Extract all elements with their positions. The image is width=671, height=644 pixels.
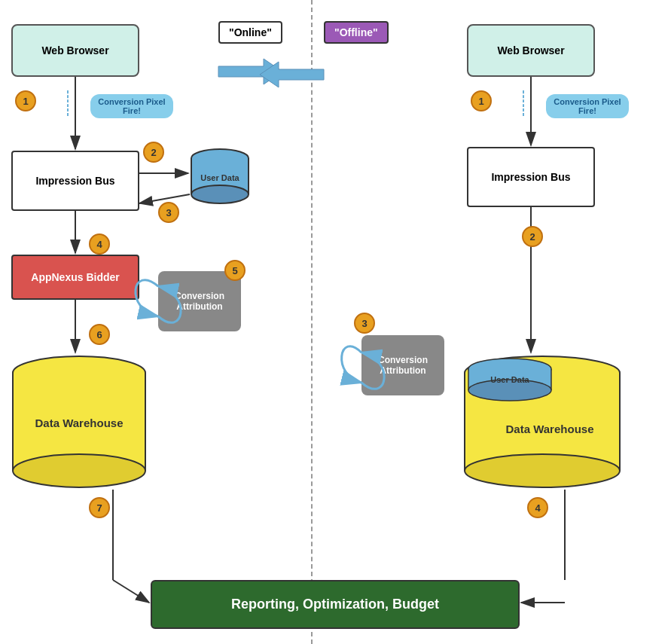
left-badge-2: 2 <box>143 142 164 163</box>
offline-label: "Offline" <box>324 21 389 44</box>
online-label: "Online" <box>218 21 282 44</box>
online-offline-arrows <box>203 53 339 94</box>
left-badge-5: 5 <box>224 260 246 281</box>
right-badge-1: 1 <box>471 90 492 111</box>
right-badge-2: 2 <box>522 226 543 247</box>
left-badge-6: 6 <box>89 324 110 345</box>
diagram: "Online" "Offline" Web Browser 1 Convers… <box>0 0 671 644</box>
divider <box>311 0 313 644</box>
right-pixel-fire: Conversion Pixel Fire! <box>546 94 629 118</box>
left-badge-4: 4 <box>89 233 110 255</box>
left-user-data: User Data <box>190 147 250 207</box>
svg-text:User Data: User Data <box>490 375 529 384</box>
svg-text:User Data: User Data <box>200 173 239 182</box>
left-web-browser: Web Browser <box>11 24 139 77</box>
svg-line-35 <box>113 580 149 603</box>
left-badge-3: 3 <box>158 202 179 223</box>
svg-text:Data Warehouse: Data Warehouse <box>35 417 124 429</box>
appnexus-bidder: AppNexus Bidder <box>11 255 139 300</box>
right-badge-4: 4 <box>527 497 548 518</box>
left-data-warehouse: Data Warehouse <box>11 354 147 490</box>
svg-point-10 <box>13 454 145 487</box>
svg-text:Data Warehouse: Data Warehouse <box>506 423 594 435</box>
reporting-box: Reporting, Optimization, Budget <box>151 580 520 629</box>
svg-point-16 <box>465 454 620 487</box>
left-pixel-fire: Conversion Pixel Fire! <box>90 94 173 118</box>
left-conversion-attribution: Conversion Attribution <box>158 271 241 331</box>
right-web-browser: Web Browser <box>467 24 595 77</box>
right-conversion-attribution: Conversion Attribution <box>361 335 444 395</box>
right-data-warehouse: Data Warehouse User Data <box>463 354 621 490</box>
left-badge-1: 1 <box>15 90 36 111</box>
right-badge-3: 3 <box>354 313 375 334</box>
right-impression-bus: Impression Bus <box>467 147 595 207</box>
left-impression-bus: Impression Bus <box>11 151 139 211</box>
left-badge-7: 7 <box>89 497 110 518</box>
svg-point-4 <box>191 185 249 203</box>
